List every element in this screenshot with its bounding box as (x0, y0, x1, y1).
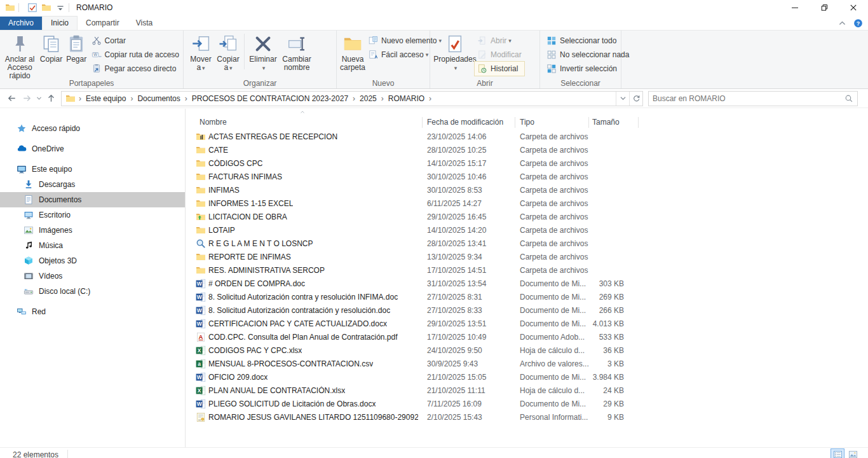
restore-button[interactable] (810, 0, 839, 15)
cube-icon (24, 256, 34, 266)
chevron-down-icon (619, 94, 627, 102)
app-icon (5, 3, 15, 13)
sidebar-item-objetos-3d[interactable]: Objetos 3D (0, 253, 185, 268)
sidebar-item-este-equipo[interactable]: Este equipo (0, 162, 185, 177)
file-row[interactable]: LICITACION DE OBRA29/10/2025 16:45Carpet… (186, 211, 868, 224)
file-row[interactable]: XCODIGOS PAC Y CPC.xlsx24/10/2025 9:50Ho… (186, 344, 868, 357)
recent-locations-button[interactable] (34, 91, 43, 106)
sidebar-item-im-genes[interactable]: Imágenes (0, 223, 185, 238)
file-row[interactable]: WOFICIO 209.docx21/10/2025 15:05Document… (186, 371, 868, 384)
pin-quick-access-button[interactable]: Anclar al Acceso rápido (1, 32, 38, 80)
file-row[interactable]: CATE28/10/2025 10:25Carpeta de archivos (186, 144, 868, 157)
ribbon-group-new: Nueva carpeta Nuevo elemento ▾ Fácil acc… (337, 31, 430, 88)
new-folder-button[interactable]: Nueva carpeta (340, 32, 365, 72)
file-row[interactable]: WPLIEGO SOLICITUD de Licitación de Obras… (186, 398, 868, 411)
file-size: 533 KB (588, 333, 624, 342)
refresh-button[interactable] (629, 92, 642, 106)
column-header-tamano[interactable]: Tamaño (592, 118, 620, 127)
tab-archivo[interactable]: Archivo (0, 17, 42, 30)
copy-button[interactable]: Copiar (38, 32, 64, 64)
rename-button[interactable]: Cambiar nombre (280, 32, 314, 72)
sidebar-item-red[interactable]: Red (0, 304, 185, 319)
thumbnails-view-button[interactable] (846, 449, 859, 458)
address-bar[interactable]: ›Este equipo›Documentos›PROCESOS DE CONT… (61, 91, 643, 106)
sidebar-item-descargas[interactable]: Descargas (0, 177, 185, 192)
breadcrumb-segment[interactable]: 2025 (357, 93, 379, 104)
open-button[interactable]: Abrir ▾ (475, 34, 524, 48)
file-type: Hoja de cálculo d... (520, 346, 585, 355)
folder-icon (196, 225, 206, 235)
copy-path-icon: W (92, 50, 102, 60)
file-name: 8. Solicitud Autorización contra y resol… (208, 293, 398, 302)
sidebar-item-m-sica[interactable]: Música (0, 238, 185, 253)
tab-inicio[interactable]: Inicio (42, 16, 78, 30)
qat-customize-menu-icon[interactable] (55, 3, 65, 13)
move-to-button[interactable]: Mover a▾ (187, 32, 214, 73)
sidebar-item-v-deos[interactable]: Vídeos (0, 268, 185, 284)
file-row[interactable]: ROMARIO JESUS GAVILANES LITARDO 12511096… (186, 411, 868, 424)
collapse-ribbon-icon[interactable] (837, 18, 847, 28)
copy-path-button[interactable]: W Copiar ruta de acceso (89, 48, 182, 62)
svg-text:W: W (197, 294, 202, 300)
file-row[interactable]: RES. ADMINISTRATIVA SERCOP17/10/2025 14:… (186, 264, 868, 277)
address-history-button[interactable] (616, 92, 629, 106)
properties-button[interactable]: Propiedades▾ (435, 32, 475, 73)
close-button[interactable] (839, 0, 868, 15)
details-view-button[interactable] (831, 449, 844, 458)
qat-properties-button[interactable] (27, 3, 37, 13)
help-icon[interactable]: ? (853, 18, 863, 28)
file-row[interactable]: ACTAS ENTREGAS DE RECEPCION23/10/2025 14… (186, 130, 868, 144)
file-row[interactable]: R E G L A M E N T O LOSNCP28/10/2025 13:… (186, 237, 868, 251)
select-all-button[interactable]: Seleccionar todo (544, 34, 632, 48)
qat-new-folder-button[interactable] (41, 3, 51, 13)
file-size: 3.984 KB (588, 373, 624, 382)
tab-vista[interactable]: Vista (128, 17, 161, 30)
file-size: 303 KB (588, 279, 624, 288)
file-row[interactable]: FACTURAS INFIMAS30/10/2025 10:46Carpeta … (186, 170, 868, 184)
breadcrumb-segment[interactable]: ROMARIO (386, 93, 427, 104)
file-row[interactable]: XPLAN ANUAL DE CONTRATACIÓN.xlsx21/10/20… (186, 384, 868, 398)
select-none-button[interactable]: No seleccionar nada (544, 48, 632, 62)
tab-compartir[interactable]: Compartir (78, 17, 128, 30)
breadcrumb-segment[interactable]: Este equipo (83, 93, 128, 104)
word-icon: W (196, 279, 206, 289)
file-row[interactable]: CÓDIGOS CPC14/10/2025 15:17Carpeta de ar… (186, 157, 868, 170)
column-header-tipo[interactable]: Tipo (520, 118, 534, 127)
sidebar-item-disco-local-c-[interactable]: Disco local (C:) (0, 284, 185, 299)
search-input[interactable] (653, 94, 844, 103)
invert-selection-button[interactable]: Invertir selección (544, 62, 632, 76)
sidebar-item-onedrive[interactable]: OneDrive (0, 141, 185, 156)
delete-button[interactable]: Eliminar▾ (247, 32, 280, 73)
sidebar-item-documentos[interactable]: Documentos (0, 192, 185, 207)
file-row[interactable]: W8. Solicitud Autorización contratación … (186, 304, 868, 317)
minimize-icon (790, 3, 800, 13)
file-row[interactable]: INFORMES 1-15 EXCEL6/11/2025 14:27Carpet… (186, 197, 868, 211)
paste-shortcut-button[interactable]: Pegar acceso directo (89, 62, 182, 76)
file-row[interactable]: REPORTE DE INFIMAS13/10/2025 9:34Carpeta… (186, 251, 868, 264)
breadcrumb-segment[interactable]: PROCESOS DE CONTRATACION 2023-2027 (189, 93, 351, 104)
file-row[interactable]: aMENSUAL 8-PROCESOS-CONTRATACION.csv30/9… (186, 357, 868, 371)
column-header-fecha[interactable]: Fecha de modificación (427, 118, 503, 127)
cut-button[interactable]: Cortar (89, 34, 182, 48)
file-name: RES. ADMINISTRATIVA SERCOP (208, 266, 325, 275)
file-row[interactable]: W# ORDEN DE COMPRA.doc31/10/2025 13:54Do… (186, 277, 868, 291)
breadcrumb-segment[interactable]: Documentos (135, 93, 182, 104)
svg-text:X: X (198, 387, 201, 394)
paste-button[interactable]: Pegar (64, 32, 89, 64)
search-icon[interactable] (844, 94, 853, 103)
file-row[interactable]: ACOD.CPC. Consulta del Plan Anual de Con… (186, 331, 868, 344)
file-row[interactable]: WCERTIFICACION PAC Y CATE ACTUALIZADO.do… (186, 317, 868, 331)
file-row[interactable]: W8. Solicitud Autorización contra y reso… (186, 291, 868, 304)
sidebar-item-escritorio[interactable]: Escritorio (0, 207, 185, 223)
file-row[interactable]: INFIMAS30/10/2025 8:53Carpeta de archivo… (186, 184, 868, 197)
minimize-button[interactable] (780, 0, 810, 15)
modify-button[interactable]: Modificar (475, 48, 524, 62)
file-row[interactable]: LOTAIP14/10/2025 14:20Carpeta de archivo… (186, 224, 868, 237)
sidebar-item-acceso-r-pido[interactable]: Acceso rápido (0, 121, 185, 136)
history-button[interactable]: Historial (475, 62, 524, 76)
back-button[interactable] (4, 91, 19, 106)
up-button[interactable] (43, 91, 58, 106)
forward-button[interactable] (19, 91, 34, 106)
column-header-nombre[interactable]: Nombre (200, 118, 227, 127)
copy-to-button[interactable]: Copiar a▾ (214, 32, 242, 73)
